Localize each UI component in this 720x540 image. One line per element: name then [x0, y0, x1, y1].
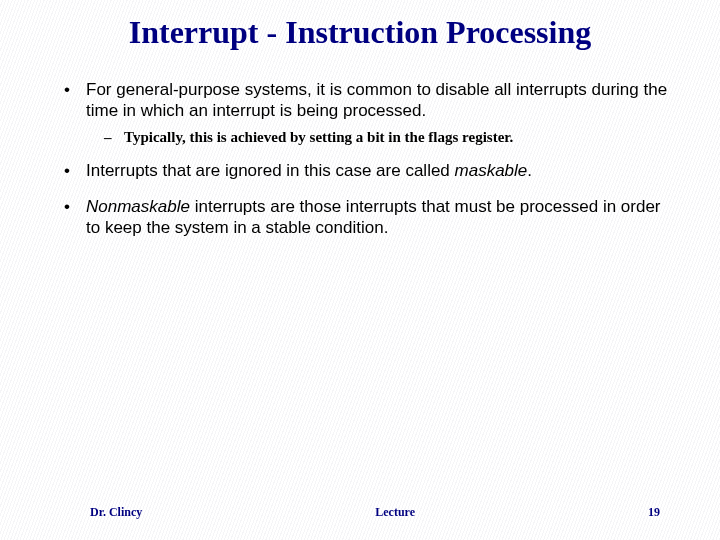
- slide-title: Interrupt - Instruction Processing: [44, 14, 676, 65]
- slide-container: Interrupt - Instruction Processing For g…: [0, 0, 720, 238]
- bullet-text-1: For general-purpose systems, it is commo…: [86, 80, 667, 120]
- sub-bullet-item-1: Typically, this is achieved by setting a…: [100, 128, 676, 147]
- footer-lecture: Lecture: [142, 505, 648, 520]
- footer-author: Dr. Clincy: [90, 505, 142, 520]
- bullet-item-1: For general-purpose systems, it is commo…: [56, 79, 676, 146]
- bullet-text-2-prefix: Interrupts that are ignored in this case…: [86, 161, 455, 180]
- bullet-list: For general-purpose systems, it is commo…: [44, 79, 676, 238]
- bullet-text-2-italic: maskable: [455, 161, 528, 180]
- slide-footer: Dr. Clincy Lecture 19: [0, 505, 720, 520]
- bullet-text-2-suffix: .: [527, 161, 532, 180]
- sub-bullet-list: Typically, this is achieved by setting a…: [86, 128, 676, 147]
- bullet-item-3: Nonmaskable interrupts are those interru…: [56, 196, 676, 239]
- bullet-item-2: Interrupts that are ignored in this case…: [56, 160, 676, 181]
- bullet-text-3-italic: Nonmaskable: [86, 197, 190, 216]
- footer-page-number: 19: [648, 505, 660, 520]
- sub-bullet-text-1: Typically, this is achieved by setting a…: [124, 129, 513, 145]
